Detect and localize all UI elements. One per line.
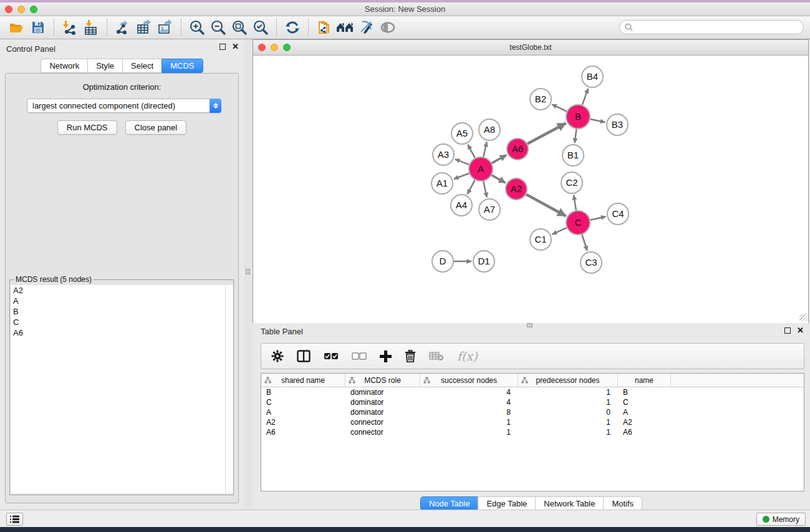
edge-C-C3[interactable] [582,235,587,251]
close-panel-icon[interactable]: ✕ [232,44,239,50]
column-header-MCDS-role[interactable]: MCDS role [345,374,420,387]
apply-layout-button[interactable] [282,18,303,37]
float-panel-icon[interactable] [219,44,226,50]
edge-A-A5[interactable] [468,145,475,158]
result-item[interactable]: B [11,306,225,317]
edge-A-A6[interactable] [492,155,507,163]
tab-network-table[interactable]: Network Table [535,496,603,511]
zoom-out-button[interactable] [208,18,229,37]
column-label: successor nodes [441,376,497,385]
edge-A-A7[interactable] [483,181,487,198]
network-canvas[interactable]: B4B2BB3A8A5A6A3B1AA1C2A2A4A7C4CC1C3DD1 [253,56,808,323]
show-columns-button[interactable] [297,350,311,362]
table-row[interactable]: A6connector11A6 [261,427,804,437]
tab-motifs[interactable]: Motifs [603,496,642,511]
new-network-from-selection-button[interactable] [314,18,335,37]
edge-C-C4[interactable] [591,216,606,220]
save-session-button[interactable] [27,18,49,37]
close-network-button[interactable] [258,44,266,51]
zoom-selected-button[interactable] [250,18,271,37]
tab-mcds[interactable]: MCDS [162,59,203,73]
result-item[interactable]: C [11,317,225,327]
column-header-predecessor-nodes[interactable]: predecessor nodes [518,374,618,387]
edge-A-A8[interactable] [483,142,486,157]
shared-column-icon [349,377,355,384]
close-panel-button[interactable]: Close panel [125,120,187,135]
network-window-titlebar[interactable]: testGlobe.txt [253,40,808,56]
result-item[interactable]: A6 [11,327,225,338]
edge-A-A2[interactable] [491,175,505,183]
export-network-icon [115,19,131,36]
edge-B-B4[interactable] [582,89,588,105]
zoom-fit-button[interactable] [229,18,250,37]
column-header-shared-name[interactable]: shared name [261,374,345,387]
table-settings-button[interactable] [271,350,284,362]
deselect-all-columns-button[interactable] [352,352,367,360]
window-resize-grip[interactable] [799,314,808,322]
table-row[interactable]: Bdominator41B [261,387,804,397]
select-all-columns-button[interactable] [324,352,339,360]
edge-C-C2[interactable] [574,195,576,210]
export-image-button[interactable] [155,18,176,37]
show-graphics-details-button[interactable] [377,18,398,37]
edge-A-A1[interactable] [454,173,469,179]
export-table-button[interactable] [133,18,155,37]
result-item[interactable]: A [11,296,225,306]
float-panel-icon[interactable] [784,327,791,334]
export-network-button[interactable] [112,18,133,37]
function-builder-button[interactable]: f(x) [457,349,478,363]
content-area: Control Panel ✕ NetworkStyleSelectMCDS O… [0,39,810,510]
maximize-window-button[interactable] [30,6,37,13]
table-panel: Table Panel ✕ [253,324,810,510]
close-window-button[interactable] [5,6,12,13]
tab-node-table[interactable]: Node Table [420,496,478,511]
create-column-button[interactable] [380,351,392,362]
result-item[interactable]: A2 [11,285,225,296]
import-network-icon [62,19,78,36]
column-header-successor-nodes[interactable]: successor nodes [420,374,518,387]
node-label-C1: C1 [534,234,546,244]
close-panel-icon[interactable]: ✕ [797,327,804,334]
splitter-handle[interactable] [246,269,250,274]
delete-column-button[interactable] [405,350,416,362]
maximize-network-button[interactable] [283,44,291,51]
minimize-network-button[interactable] [271,44,278,51]
node-label-A8: A8 [484,124,495,135]
first-neighbors-button[interactable] [335,18,356,37]
column-header-name[interactable]: name [618,374,671,387]
minimize-window-button[interactable] [17,6,25,13]
criterion-select[interactable]: largest connected component (directed) [27,99,221,113]
delete-table-button[interactable] [429,351,444,361]
run-mcds-button[interactable]: Run MCDS [57,120,117,135]
edge-A2-C[interactable] [526,195,566,216]
tab-network[interactable]: Network [41,59,87,73]
network-graph[interactable]: B4B2BB3A8A5A6A3B1AA1C2A2A4A7C4CC1C3DD1 [253,56,808,323]
hide-graphics-details-button[interactable] [356,18,377,37]
panel-splitter-vertical[interactable] [244,39,253,510]
zoom-out-icon [210,19,226,36]
mcds-result-title: MCDS result (5 nodes) [14,275,94,284]
edge-B-B2[interactable] [552,104,567,111]
table-row[interactable]: Cdominator41C [261,397,804,407]
import-network-button[interactable] [59,18,80,37]
table-row[interactable]: Adominator80A [261,407,804,417]
edge-B-B3[interactable] [591,119,605,122]
tab-style[interactable]: Style [87,59,122,73]
open-session-button[interactable] [6,18,27,37]
zoom-in-button[interactable] [186,18,208,37]
edge-B-B1[interactable] [575,129,577,143]
import-table-button[interactable] [80,18,102,37]
tab-select[interactable]: Select [122,59,162,73]
edge-A6-B[interactable] [528,123,566,143]
search-field[interactable] [619,20,804,34]
tab-edge-table[interactable]: Edge Table [478,496,535,511]
memory-button[interactable]: Memory [756,513,806,526]
edge-A-A3[interactable] [455,159,470,165]
search-input[interactable] [635,23,791,32]
edge-A-A4[interactable] [467,180,475,195]
task-history-button[interactable] [6,513,23,526]
edge-C-C1[interactable] [552,228,567,235]
result-list-scrollbar[interactable] [225,285,233,493]
table-row[interactable]: A2connector11A2 [261,417,804,427]
table-header-row: shared nameMCDS rolesuccessor nodesprede… [261,374,804,387]
